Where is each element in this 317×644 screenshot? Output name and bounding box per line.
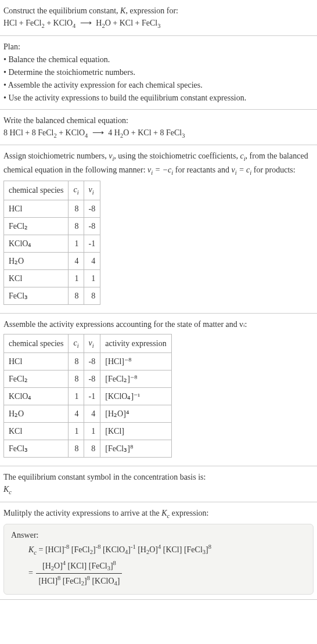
cell-activity: [KCl] — [100, 423, 171, 440]
stoich-desc: Assign stoichiometric numbers, νi, using… — [3, 150, 314, 177]
cell-c: 8 — [69, 217, 84, 235]
eq-lhs: HCl + FeCl — [3, 19, 41, 27]
stoich-desc-b: , using the stoichiometric coefficients, — [114, 152, 240, 160]
cell-activity: [FeCl₃]⁸ — [100, 440, 171, 458]
cell-v: -8 — [84, 370, 100, 388]
cell-v: -8 — [84, 200, 100, 217]
kc-symbol: Kc — [3, 483, 314, 497]
cell-v: -1 — [84, 235, 100, 252]
table-row: KCl11 — [4, 269, 100, 287]
balanced-title: Write the balanced chemical equation: — [3, 114, 314, 127]
multiply-desc-b: expression: — [170, 509, 208, 517]
eq1-c: [KClO — [100, 545, 125, 554]
cell-c: 4 — [69, 405, 84, 423]
bal-mid: + KClO — [57, 128, 85, 137]
kc-inline: Kc — [161, 509, 170, 517]
col-species: chemical species — [4, 334, 69, 353]
sub-4d: 4 — [114, 580, 117, 587]
kc-symbol-section: The equilibrium constant symbol in the c… — [0, 466, 317, 502]
exp-8b: 8 — [113, 560, 116, 566]
arrow-icon-2: ⟶ — [90, 128, 106, 137]
bal-rhs1: 4 H — [108, 128, 120, 137]
cell-v: 4 — [84, 252, 100, 269]
table-row: KClO₄1-1 — [4, 235, 100, 252]
cell-activity: [KClO₄]⁻¹ — [100, 388, 171, 405]
cell-species: KClO₄ — [4, 235, 69, 252]
stoich-table: chemical species ci νi HCl8-8 FeCl₂8-8 K… — [3, 181, 100, 305]
cell-v: 4 — [84, 405, 100, 423]
cell-c: 1 — [69, 423, 84, 440]
sub-3: 3 — [157, 23, 160, 29]
intro-text-b: , expression for: — [125, 6, 178, 15]
eq-rhs2: O + KCl + FeCl — [105, 19, 157, 27]
cell-activity: [H₂O]⁴ — [100, 405, 171, 423]
cell-species: KCl — [4, 423, 69, 440]
col-species: chemical species — [4, 181, 69, 200]
multiply-desc-a: Mulitply the activity expressions to arr… — [3, 509, 161, 517]
fraction-denominator: [HCl]8 [FeCl2]8 [KClO4] — [36, 573, 122, 588]
balanced-section: Write the balanced chemical equation: 8 … — [0, 110, 317, 146]
activity-section: Assemble the activity expressions accoun… — [0, 314, 317, 467]
plan-bullet-2: • Determine the stoichiometric numbers. — [3, 66, 314, 78]
sub-3d: 3 — [107, 565, 110, 571]
exp-8: 8 — [208, 544, 211, 550]
cell-c: 4 — [69, 252, 84, 269]
num-b: O] — [54, 561, 63, 570]
table-header-row: chemical species ci νi — [4, 181, 100, 200]
table-row: KCl11[KCl] — [4, 423, 172, 440]
kc-lhs: Kc — [28, 545, 37, 554]
table-row: H₂O44[H₂O]⁴ — [4, 405, 172, 423]
sub-4: 4 — [73, 23, 75, 29]
table-header-row: chemical species ci νi activity expressi… — [4, 334, 172, 353]
fraction-numerator: [H2O]4 [KCl] [FeCl3]8 — [36, 559, 122, 573]
stoich-desc-d: for reactants and — [173, 166, 231, 174]
K-symbol: K — [120, 6, 125, 15]
eq1-b: [FeCl — [69, 545, 89, 554]
table-row: HCl8-8[HCl]⁻⁸ — [4, 353, 172, 370]
sub-2e: 2 — [90, 549, 93, 556]
den-b: [FeCl — [60, 576, 81, 585]
cell-species: HCl — [4, 353, 69, 370]
eq1-a: = [HCl] — [37, 545, 64, 554]
eq1-f: [KCl] [FeCl — [161, 545, 203, 554]
cell-species: HCl — [4, 200, 69, 217]
cell-c: 8 — [69, 353, 84, 370]
num-c: [KCl] [FeCl — [66, 561, 107, 570]
table-row: FeCl₂8-8 — [4, 217, 100, 235]
intro-line1: Construct the equilibrium constant, K, e… — [3, 5, 314, 17]
cell-c: 8 — [69, 370, 84, 388]
cell-activity: [FeCl₂]⁻⁸ — [100, 370, 171, 388]
answer-box: Answer: Kc = [HCl]-8 [FeCl2]-8 [KClO4]-1… — [3, 524, 314, 595]
exp-m1: -1 — [131, 544, 136, 550]
answer-eq-line1: Kc = [HCl]-8 [FeCl2]-8 [KClO4]-1 [H2O]4 … — [28, 542, 306, 557]
stoich-desc-e: for products: — [251, 166, 295, 174]
cell-species: H₂O — [4, 252, 69, 269]
cell-v: -8 — [84, 353, 100, 370]
sub-4b: 4 — [85, 132, 88, 138]
nu-i: νi — [109, 152, 114, 160]
cell-v: 1 — [84, 269, 100, 287]
col-ci: ci — [69, 334, 84, 353]
balanced-equation: 8 HCl + 8 FeCl2 + KClO4 ⟶ 4 H2O + KCl + … — [3, 127, 314, 141]
cell-c: 1 — [69, 235, 84, 252]
cell-c: 1 — [69, 269, 84, 287]
sub-2h: 2 — [81, 580, 84, 587]
c-i: ci — [240, 152, 245, 160]
rel-products: νi = ci — [232, 166, 252, 174]
multiply-section: Mulitply the activity expressions to arr… — [0, 502, 317, 600]
plan-title: Plan: — [3, 41, 314, 53]
table-row: FeCl₃88 — [4, 287, 100, 304]
table-row: FeCl₂8-8[FeCl₂]⁻⁸ — [4, 370, 172, 388]
table-row: KClO₄1-1[KClO₄]⁻¹ — [4, 388, 172, 405]
kc-K: K — [3, 485, 9, 494]
table-row: HCl8-8 — [4, 200, 100, 217]
eq1-e: O] — [149, 545, 158, 554]
table-row: FeCl₃88[FeCl₃]⁸ — [4, 440, 172, 458]
cell-species: KCl — [4, 269, 69, 287]
unbalanced-equation: HCl + FeCl2 + KClO4 ⟶ H2O + KCl + FeCl3 — [3, 17, 314, 31]
activity-table: chemical species ci νi activity expressi… — [3, 334, 172, 458]
cell-v: 8 — [84, 287, 100, 304]
num-a: [H — [42, 561, 51, 570]
multiply-desc: Mulitply the activity expressions to arr… — [3, 507, 314, 521]
cell-species: KClO₄ — [4, 388, 69, 405]
